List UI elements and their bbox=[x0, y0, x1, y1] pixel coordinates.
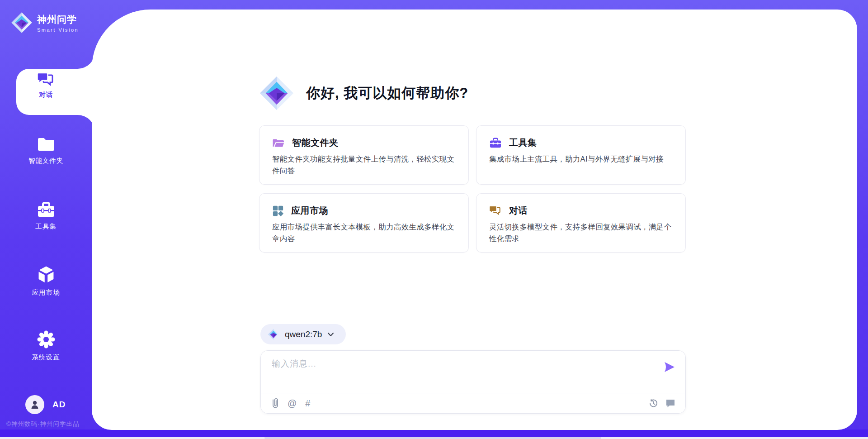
send-icon[interactable] bbox=[664, 362, 675, 372]
sidebar-item-smart-folder[interactable]: 智能文件夹 bbox=[0, 136, 92, 165]
brand-diamond-icon bbox=[11, 12, 33, 33]
model-diamond-icon bbox=[268, 329, 279, 340]
person-icon bbox=[29, 399, 40, 410]
attach-file-icon[interactable] bbox=[272, 398, 279, 409]
card-title: 工具集 bbox=[509, 137, 537, 149]
sidebar-item-label: 系统设置 bbox=[32, 353, 60, 361]
card-title: 应用市场 bbox=[291, 205, 328, 217]
card-description: 灵活切换多模型文件，支持多样回复效果调试，满足个性化需求 bbox=[489, 221, 674, 244]
model-name: qwen2:7b bbox=[285, 329, 322, 339]
chat-bubbles-icon bbox=[489, 205, 502, 216]
card-toolset[interactable]: 工具集 集成市场上主流工具，助力AI与外界无缝扩展与对接 bbox=[476, 125, 686, 185]
user-account[interactable]: AD bbox=[25, 395, 66, 414]
bottom-accent-strip bbox=[0, 429, 868, 437]
greeting: 你好, 我可以如何帮助你? bbox=[259, 76, 468, 111]
chat-bubbles-icon bbox=[37, 72, 55, 88]
assistant-diamond-icon bbox=[259, 76, 294, 111]
sidebar-item-toolset[interactable]: 工具集 bbox=[0, 200, 92, 231]
model-selector[interactable]: qwen2:7b bbox=[260, 324, 346, 344]
gear-icon bbox=[36, 329, 56, 349]
horizontal-scrollbar[interactable] bbox=[0, 437, 868, 439]
sidebar-item-app-market[interactable]: 应用市场 bbox=[0, 265, 92, 297]
card-smart-folder[interactable]: 智能文件夹 智能文件夹功能支持批量文件上传与清洗，轻松实现文件问答 bbox=[259, 125, 469, 185]
feature-cards: 智能文件夹 智能文件夹功能支持批量文件上传与清洗，轻松实现文件问答 工具集 集成… bbox=[259, 125, 686, 253]
briefcase-icon bbox=[489, 137, 502, 148]
user-name: AD bbox=[52, 400, 66, 410]
brand-name: 神州问学 bbox=[37, 13, 79, 26]
main-content-panel: 你好, 我可以如何帮助你? 智能文件夹 智能文件夹功能支持批量文件上传与清洗，轻… bbox=[92, 10, 857, 430]
sidebar: 神州问学 Smart Vision 对话 智能文件夹 bbox=[0, 0, 92, 437]
tiles-icon bbox=[272, 205, 284, 217]
toolbox-icon bbox=[36, 200, 56, 219]
sidebar-item-chat[interactable]: 对话 bbox=[0, 72, 92, 99]
folder-icon bbox=[36, 136, 56, 153]
card-description: 应用市场提供丰富长文本模板，助力高效生成多样化文章内容 bbox=[272, 221, 457, 244]
brand-logo: 神州问学 Smart Vision bbox=[11, 12, 79, 33]
sidebar-item-label: 对话 bbox=[0, 91, 92, 99]
history-icon[interactable] bbox=[648, 398, 658, 408]
sidebar-item-label: 工具集 bbox=[35, 223, 57, 230]
sidebar-item-label: 智能文件夹 bbox=[28, 157, 64, 164]
sidebar-item-settings[interactable]: 系统设置 bbox=[0, 329, 92, 362]
brand-subtitle: Smart Vision bbox=[37, 27, 79, 33]
conversations-icon[interactable] bbox=[665, 399, 675, 408]
greeting-title: 你好, 我可以如何帮助你? bbox=[306, 84, 468, 103]
card-description: 智能文件夹功能支持批量文件上传与清洗，轻松实现文件问答 bbox=[272, 153, 457, 177]
mention-icon[interactable]: @ bbox=[288, 399, 297, 408]
topic-hash-icon[interactable]: # bbox=[305, 399, 310, 408]
card-title: 智能文件夹 bbox=[292, 137, 339, 149]
card-title: 对话 bbox=[509, 205, 528, 217]
avatar bbox=[25, 395, 44, 414]
sidebar-item-label: 应用市场 bbox=[32, 289, 60, 296]
message-input[interactable] bbox=[272, 358, 651, 385]
card-description: 集成市场上主流工具，助力AI与外界无缝扩展与对接 bbox=[489, 153, 674, 165]
chevron-down-icon bbox=[327, 332, 334, 337]
sidebar-footer-text: ©神州数码·神州问学出品 bbox=[6, 420, 79, 428]
card-chat[interactable]: 对话 灵活切换多模型文件，支持多样回复效果调试，满足个性化需求 bbox=[476, 193, 686, 253]
message-composer: @ # bbox=[260, 350, 686, 414]
cube-icon bbox=[36, 265, 56, 285]
composer-divider bbox=[261, 393, 685, 393]
card-app-market[interactable]: 应用市场 应用市场提供丰富长文本模板，助力高效生成多样化文章内容 bbox=[259, 193, 469, 253]
scrollbar-thumb[interactable] bbox=[264, 437, 601, 439]
folder-open-icon bbox=[272, 138, 285, 148]
app-window: 神州问学 Smart Vision 对话 智能文件夹 bbox=[0, 0, 868, 439]
